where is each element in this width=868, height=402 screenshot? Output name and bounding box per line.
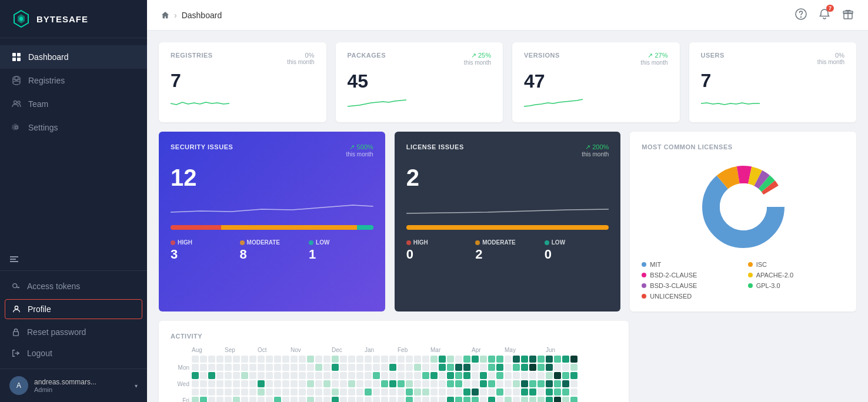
sidebar-collapse-button[interactable] bbox=[0, 250, 147, 270]
logout-icon bbox=[12, 349, 20, 357]
severity-low: LOW 1 bbox=[309, 239, 373, 262]
dot-moderate bbox=[475, 240, 480, 245]
settings-icon bbox=[12, 123, 21, 132]
stat-this-month: this month bbox=[287, 59, 314, 65]
user-menu[interactable]: A andreas.sommars... Admin ▾ bbox=[0, 369, 147, 402]
stat-sparkline bbox=[524, 97, 583, 111]
stat-this-month: this month bbox=[817, 59, 844, 65]
sidebar-item-team[interactable]: Team bbox=[0, 92, 147, 116]
stat-label: USERS bbox=[701, 52, 725, 59]
stat-change: ↗ 27% bbox=[640, 52, 667, 59]
stat-label: PACKAGES bbox=[348, 52, 386, 59]
svg-point-18 bbox=[13, 284, 17, 288]
license-bar bbox=[406, 225, 609, 230]
dot-low bbox=[545, 240, 549, 245]
dashboard-content: REGISTRIES 0% this month 7 PACKAGES ↗ 25… bbox=[147, 31, 868, 402]
legend-label-bsd3: BSD-3-CLAUSE bbox=[650, 282, 697, 289]
svg-rect-4 bbox=[17, 53, 21, 56]
bar-low bbox=[357, 225, 373, 230]
dot-low bbox=[309, 240, 313, 245]
sidebar-item-label: Team bbox=[28, 99, 48, 109]
home-icon[interactable] bbox=[161, 11, 169, 19]
legend-label-unlicensed: UNLICENSED bbox=[650, 293, 692, 300]
svg-point-13 bbox=[18, 101, 20, 103]
sidebar-bottom: Access tokens Profile Reset password Log… bbox=[0, 270, 147, 369]
key-icon bbox=[12, 282, 20, 290]
sidebar-item-registries[interactable]: Registries bbox=[0, 69, 147, 92]
security-issues-card: SECURITY ISSUES ↗ 500% this month 12 bbox=[159, 132, 385, 311]
user-role: Admin bbox=[34, 386, 129, 393]
stat-sparkline bbox=[348, 97, 406, 111]
collapse-icon bbox=[9, 254, 19, 264]
breadcrumb-separator: › bbox=[174, 11, 177, 20]
legend-dot-bsd3 bbox=[642, 283, 646, 288]
svg-point-7 bbox=[15, 76, 18, 80]
help-button[interactable] bbox=[795, 8, 807, 22]
middle-row: SECURITY ISSUES ↗ 500% this month 12 bbox=[159, 132, 856, 311]
stat-value: 45 bbox=[348, 71, 492, 92]
legend-apache2: APACHE-2.0 bbox=[748, 272, 844, 279]
svg-point-12 bbox=[14, 101, 17, 104]
severity-moderate: MODERATE 8 bbox=[240, 239, 305, 262]
bar-high bbox=[171, 225, 221, 230]
security-severity: HIGH 3 MODERATE 8 LOW 1 bbox=[171, 239, 373, 262]
main-content: › Dashboard 7 REGISTRIES 0 bbox=[147, 0, 868, 402]
registries-icon bbox=[12, 76, 21, 85]
svg-point-35 bbox=[720, 183, 767, 230]
legend-dot-isc bbox=[748, 262, 753, 267]
sidebar-item-settings[interactable]: Settings bbox=[0, 116, 147, 139]
stat-card-versions: VERSIONS ↗ 27% this month 47 bbox=[512, 42, 680, 122]
breadcrumb-current: Dashboard bbox=[182, 11, 222, 20]
notification-badge: 7 bbox=[826, 5, 834, 12]
stat-sparkline bbox=[701, 96, 760, 110]
stat-this-month: this month bbox=[464, 59, 491, 66]
sidebar-item-reset-password[interactable]: Reset password bbox=[0, 321, 147, 343]
chevron-down-icon: ▾ bbox=[135, 383, 138, 389]
sidebar-item-label: Logout bbox=[27, 349, 52, 358]
license-label: LICENSE ISSUES bbox=[406, 143, 464, 150]
dot-high bbox=[406, 240, 411, 245]
high-count: 3 bbox=[171, 247, 235, 262]
legend-dot-gpl3 bbox=[748, 283, 753, 288]
donut-chart bbox=[696, 160, 790, 254]
license-sparkline bbox=[406, 200, 609, 218]
topbar: › Dashboard 7 bbox=[147, 0, 868, 31]
sidebar-item-label: Profile bbox=[28, 304, 51, 314]
sidebar-item-logout[interactable]: Logout bbox=[0, 343, 147, 364]
avatar: A bbox=[9, 376, 28, 395]
low-count: 1 bbox=[309, 247, 373, 262]
severity-high: HIGH 0 bbox=[406, 239, 471, 262]
legend-label-mit: MIT bbox=[650, 261, 661, 268]
stat-change: ↗ 25% bbox=[464, 52, 491, 59]
user-info: andreas.sommars... Admin bbox=[34, 378, 129, 393]
sidebar: BYTESAFE Dashboard Registries Team Setti… bbox=[0, 0, 147, 402]
user-name: andreas.sommars... bbox=[34, 378, 129, 386]
legend-isc: ISC bbox=[748, 261, 844, 268]
svg-rect-3 bbox=[12, 53, 16, 56]
license-severity: HIGH 0 MODERATE 2 LOW 0 bbox=[406, 239, 609, 262]
dot-moderate bbox=[240, 240, 245, 245]
sidebar-item-dashboard[interactable]: Dashboard bbox=[0, 45, 147, 69]
severity-high: HIGH 3 bbox=[171, 239, 235, 262]
gift-button[interactable] bbox=[842, 8, 854, 22]
app-name: BYTESAFE bbox=[36, 14, 88, 24]
sidebar-item-access-tokens[interactable]: Access tokens bbox=[0, 276, 147, 297]
stat-change: 0% bbox=[817, 52, 844, 59]
logo-icon bbox=[12, 9, 31, 28]
svg-point-8 bbox=[13, 76, 20, 80]
legend-bsd2: BSD-2-CLAUSE bbox=[642, 272, 738, 279]
sidebar-item-profile[interactable]: Profile bbox=[5, 299, 142, 319]
moderate-count: 2 bbox=[475, 247, 540, 262]
svg-rect-5 bbox=[12, 58, 16, 61]
svg-rect-15 bbox=[10, 256, 18, 257]
profile-icon bbox=[12, 305, 21, 313]
legend-dot-bsd2 bbox=[642, 273, 646, 277]
logo: BYTESAFE bbox=[0, 0, 147, 38]
topbar-actions: 7 bbox=[795, 8, 854, 22]
security-bar bbox=[171, 225, 373, 230]
notifications-button[interactable]: 7 bbox=[819, 8, 830, 22]
donut-container: MIT ISC BSD-2-CLAUSE APACHE-2.0 bbox=[642, 160, 844, 300]
donut-legend: MIT ISC BSD-2-CLAUSE APACHE-2.0 bbox=[642, 261, 844, 300]
sidebar-item-label: Access tokens bbox=[27, 282, 80, 291]
low-count: 0 bbox=[545, 247, 609, 262]
